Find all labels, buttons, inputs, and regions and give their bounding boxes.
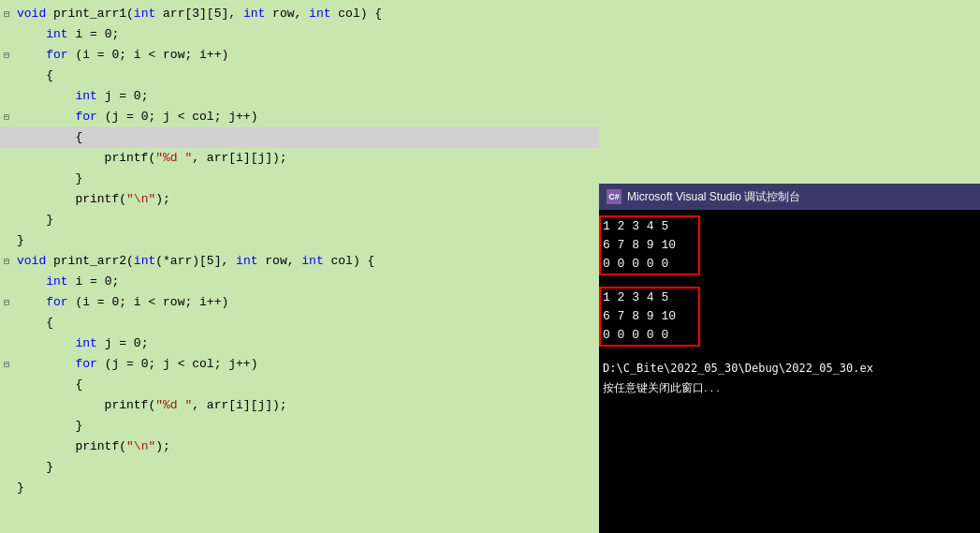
collapse-icon (0, 24, 13, 45)
console-msg: 按任意键关闭此窗口. . . (599, 378, 980, 398)
collapse-icon (0, 66, 13, 86)
collapse-icon (0, 478, 13, 498)
collapse-icon (0, 313, 13, 333)
code-line: ⊟ void print_arr1(int arr[3][5], int row… (0, 4, 599, 24)
console-path: D:\C_Bite\2022_05_30\Debug\2022_05_30.ex (599, 360, 980, 377)
code-line-active: { (0, 127, 599, 148)
code-line: int j = 0; (0, 86, 599, 107)
code-line: printf("\n"); (0, 437, 599, 457)
collapse-icon (0, 395, 13, 416)
code-line: { (0, 66, 599, 86)
code-line: ⊟ void print_arr2(int(*arr)[5], int row,… (0, 251, 599, 272)
line-content: for (i = 0; i < row; i++) (13, 292, 599, 313)
collapse-icon[interactable]: ⊟ (0, 354, 13, 375)
output-box-1: 1 2 3 4 5 6 7 8 9 10 0 0 0 0 0 (599, 215, 700, 275)
line-content: { (13, 66, 599, 86)
line-content: } (13, 230, 599, 251)
code-line: int i = 0; (0, 24, 599, 45)
output-text-1: 1 2 3 4 5 6 7 8 9 10 0 0 0 0 0 (603, 217, 696, 274)
console-icon: C# (607, 189, 622, 204)
code-line: printf("\n"); (0, 189, 599, 210)
code-line: int j = 0; (0, 333, 599, 354)
line-content: for (j = 0; j < col; j++) (13, 354, 599, 375)
line-content: { (13, 375, 599, 395)
collapse-icon (0, 457, 13, 478)
code-line: } (0, 169, 599, 189)
line-content: void print_arr2(int(*arr)[5], int row, i… (13, 251, 599, 272)
line-content: int j = 0; (13, 86, 599, 107)
code-lines: ⊟ void print_arr1(int arr[3][5], int row… (0, 0, 599, 502)
collapse-icon (0, 210, 13, 230)
code-line: printf("%d ", arr[i][j]); (0, 395, 599, 416)
collapse-icon (0, 127, 13, 148)
line-content: for (i = 0; i < row; i++) (13, 45, 599, 66)
line-content: for (j = 0; j < col; j++) (13, 107, 599, 127)
code-line: } (0, 230, 599, 251)
line-content: printf("%d ", arr[i][j]); (13, 395, 599, 416)
collapse-icon (0, 148, 13, 169)
console-titlebar: C# Microsoft Visual Studio 调试控制台 (599, 184, 980, 210)
collapse-icon (0, 416, 13, 437)
code-line: { (0, 375, 599, 395)
code-line: ⊟ for (i = 0; i < row; i++) (0, 45, 599, 66)
code-line: ⊟ for (j = 0; j < col; j++) (0, 107, 599, 127)
collapse-icon[interactable]: ⊟ (0, 107, 13, 127)
line-content: printf("\n"); (13, 189, 599, 210)
collapse-icon (0, 375, 13, 395)
line-content: } (13, 478, 599, 498)
code-line: } (0, 457, 599, 478)
line-content: } (13, 210, 599, 230)
line-content: { (13, 127, 599, 148)
line-content: printf("%d ", arr[i][j]); (13, 148, 599, 169)
collapse-icon (0, 86, 13, 107)
line-content: void print_arr1(int arr[3][5], int row, … (13, 4, 599, 24)
collapse-icon (0, 272, 13, 292)
collapse-icon (0, 333, 13, 354)
code-line: ⊟ for (i = 0; i < row; i++) (0, 292, 599, 313)
line-content: } (13, 457, 599, 478)
line-content: printf("\n"); (13, 437, 599, 457)
code-line: int i = 0; (0, 272, 599, 292)
code-line: } (0, 210, 599, 230)
console-body: 1 2 3 4 5 6 7 8 9 10 0 0 0 0 0 1 2 3 4 5… (599, 210, 980, 533)
collapse-icon[interactable]: ⊟ (0, 251, 13, 272)
collapse-icon[interactable]: ⊟ (0, 292, 13, 313)
collapse-icon (0, 230, 13, 251)
collapse-icon[interactable]: ⊟ (0, 4, 13, 24)
code-line: ⊟ for (j = 0; j < col; j++) (0, 354, 599, 375)
collapse-icon (0, 169, 13, 189)
collapse-icon (0, 189, 13, 210)
code-line: { (0, 313, 599, 333)
code-editor: ⊟ void print_arr1(int arr[3][5], int row… (0, 0, 599, 533)
line-content: { (13, 313, 599, 333)
line-content: int i = 0; (13, 272, 599, 292)
line-content: } (13, 169, 599, 189)
line-content: int j = 0; (13, 333, 599, 354)
line-content: } (13, 416, 599, 437)
code-line: } (0, 416, 599, 437)
output-text-2: 1 2 3 4 5 6 7 8 9 10 0 0 0 0 0 (603, 289, 696, 345)
code-line: printf("%d ", arr[i][j]); (0, 148, 599, 169)
output-box-2: 1 2 3 4 5 6 7 8 9 10 0 0 0 0 0 (599, 287, 700, 347)
collapse-icon[interactable]: ⊟ (0, 45, 13, 66)
console-panel: C# Microsoft Visual Studio 调试控制台 1 2 3 4… (599, 184, 980, 533)
console-title: Microsoft Visual Studio 调试控制台 (627, 189, 800, 205)
collapse-icon (0, 437, 13, 457)
code-line: } (0, 478, 599, 498)
line-content: int i = 0; (13, 24, 599, 45)
